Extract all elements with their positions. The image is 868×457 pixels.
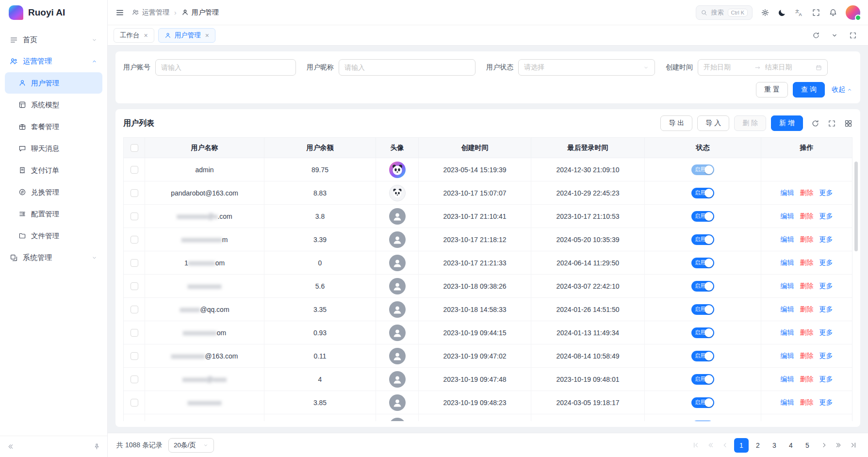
collapse-filter-link[interactable]: 收起 [832,85,852,94]
language-icon[interactable]: 文A [795,8,803,17]
fullscreen-icon[interactable] [812,8,820,17]
status-toggle[interactable]: 启用 [691,281,714,292]
nickname-input[interactable] [339,59,475,76]
more-link[interactable]: 更多 [819,259,833,267]
search-button[interactable]: 查 询 [793,82,825,98]
edit-link[interactable]: 编辑 [781,212,794,221]
delete-link[interactable]: 删除 [800,398,814,407]
import-button[interactable]: 导 入 [697,115,729,131]
row-checkbox[interactable] [131,212,138,220]
pin-sidebar-icon[interactable] [93,443,100,450]
logo[interactable]: Ruoyi AI [0,0,107,25]
close-tab-icon[interactable]: × [205,32,209,39]
edit-link[interactable]: 编辑 [781,189,794,197]
more-link[interactable]: 更多 [819,189,833,197]
tab-user-management[interactable]: 用户管理× [158,28,215,43]
more-link[interactable]: 更多 [819,398,833,407]
collapse-sidebar-icon[interactable] [7,443,14,450]
settings-icon[interactable] [761,8,770,17]
breadcrumb-user-management[interactable]: 用户管理 [181,8,219,17]
delete-link[interactable]: 删除 [800,212,814,221]
last-page-button[interactable] [847,439,859,452]
edit-link[interactable]: 编辑 [781,352,794,360]
more-link[interactable]: 更多 [819,212,833,221]
delete-link[interactable]: 删除 [800,305,814,314]
status-toggle[interactable]: 启用 [691,211,714,222]
status-toggle[interactable]: 启用 [691,188,714,198]
delete-link[interactable]: 删除 [800,189,814,197]
global-search[interactable]: 搜索 Ctrl K [696,5,753,20]
status-toggle[interactable]: 启用 [691,397,714,408]
edit-link[interactable]: 编辑 [781,305,794,314]
delete-link[interactable]: 删除 [800,375,814,384]
column-settings-icon[interactable] [844,119,852,128]
sidebar-section-home[interactable]: 首页 [5,29,102,50]
table-fullscreen-icon[interactable] [828,119,836,128]
page-button-1[interactable]: 1 [734,438,749,453]
delete-link[interactable]: 删除 [800,235,814,244]
table-scrollbar[interactable] [854,162,858,251]
page-button-4[interactable]: 4 [784,438,798,453]
tab-options-icon[interactable] [831,32,838,39]
account-input[interactable] [155,59,296,76]
more-link[interactable]: 更多 [819,235,833,244]
tab-workbench[interactable]: 工作台× [114,28,154,43]
sidebar-section-system[interactable]: 系统管理 [5,247,102,268]
delete-button[interactable]: 删 除 [734,115,766,131]
status-toggle[interactable]: 启用 [691,374,714,385]
sidebar-item-exchange-management[interactable]: 兑换管理 [5,181,102,203]
menu-toggle-icon[interactable] [115,8,124,17]
notifications-icon[interactable] [829,8,837,17]
more-link[interactable]: 更多 [819,305,833,314]
edit-link[interactable]: 编辑 [781,235,794,244]
breadcrumb-operations[interactable]: 运营管理 [132,8,169,17]
status-toggle[interactable]: 启用 [691,351,714,361]
select-all-checkbox[interactable] [131,144,138,152]
edit-link[interactable]: 编辑 [781,328,794,337]
export-button[interactable]: 导 出 [660,115,692,131]
sidebar-item-package-management[interactable]: 套餐管理 [5,116,102,137]
status-toggle[interactable]: 启用 [691,304,714,315]
row-checkbox[interactable] [131,306,138,313]
sidebar-item-chat-messages[interactable]: 聊天消息 [5,138,102,159]
date-range-picker[interactable]: 开始日期 结束日期 [698,59,828,76]
row-checkbox[interactable] [131,236,138,244]
reset-button[interactable]: 重 置 [756,82,788,98]
status-toggle[interactable]: 启用 [691,258,714,268]
more-link[interactable]: 更多 [819,282,833,291]
sidebar-item-user-management[interactable]: 用户管理 [5,72,102,94]
refresh-page-icon[interactable] [812,32,820,39]
next-pages-button[interactable] [832,439,845,452]
first-page-button[interactable] [689,439,702,452]
page-size-select[interactable]: 20条/页 [168,438,214,453]
close-tab-icon[interactable]: × [144,32,148,39]
status-toggle[interactable]: 启用 [691,327,714,338]
more-link[interactable]: 更多 [819,352,833,360]
edit-link[interactable]: 编辑 [781,259,794,267]
delete-link[interactable]: 删除 [800,282,814,291]
edit-link[interactable]: 编辑 [781,375,794,384]
sidebar-item-config-management[interactable]: 配置管理 [5,203,102,225]
delete-link[interactable]: 删除 [800,328,814,337]
status-toggle[interactable]: 启用 [691,421,714,422]
user-avatar[interactable] [846,5,860,20]
row-checkbox[interactable] [131,189,138,197]
next-page-button[interactable] [818,439,830,452]
edit-link[interactable]: 编辑 [781,282,794,291]
status-toggle[interactable]: 启用 [691,234,714,245]
row-checkbox[interactable] [131,259,138,267]
page-button-3[interactable]: 3 [767,438,782,453]
maximize-content-icon[interactable] [849,32,857,39]
row-checkbox[interactable] [131,399,138,407]
sidebar-item-file-management[interactable]: 文件管理 [5,225,102,246]
add-button[interactable]: 新 增 [771,115,803,131]
theme-toggle-icon[interactable] [778,8,786,17]
delete-link[interactable]: 删除 [800,352,814,360]
row-checkbox[interactable] [131,329,138,337]
prev-page-button[interactable] [719,439,731,452]
status-select[interactable]: 请选择 [518,59,655,76]
refresh-table-icon[interactable] [811,119,819,128]
sidebar-item-payment-orders[interactable]: 支付订单 [5,160,102,181]
more-link[interactable]: 更多 [819,375,833,384]
delete-link[interactable]: 删除 [800,259,814,267]
